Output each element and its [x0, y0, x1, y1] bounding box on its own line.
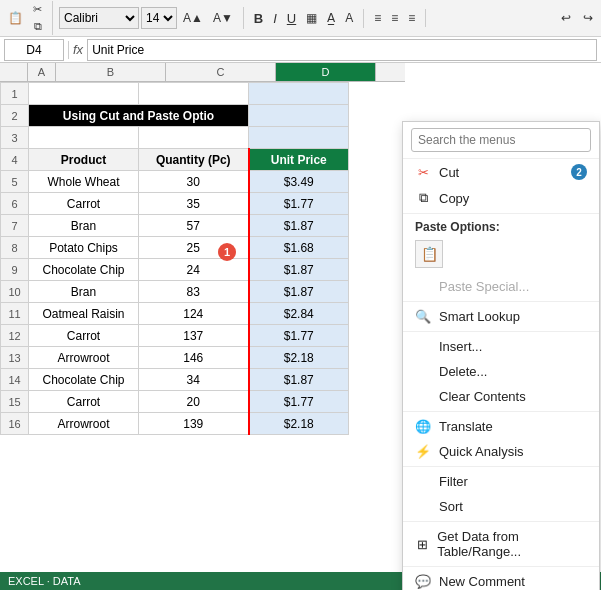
col-header-b[interactable]: B: [56, 63, 166, 81]
table-row: 10 Bran 83 $1.87: [1, 281, 349, 303]
cut-button[interactable]: ✂: [29, 1, 46, 18]
context-divider-6: [403, 521, 599, 522]
context-cut-label: Cut: [439, 165, 459, 180]
context-divider-7: [403, 566, 599, 567]
increase-font-button[interactable]: A▲: [179, 9, 207, 27]
corner-header: [0, 63, 28, 81]
col-c-header[interactable]: Quantity (Pc): [139, 149, 249, 171]
paste-icon-box[interactable]: 📋: [415, 240, 443, 268]
paste-button[interactable]: 📋: [4, 9, 27, 27]
font-color-button[interactable]: A: [341, 9, 357, 27]
toolbar: 📋 ✂ ⧉ Calibri 14 A▲ A▼ B I U ▦ A̲ A ≡: [0, 0, 601, 37]
context-clear-label: Clear Contents: [439, 389, 526, 404]
table-row: 2 Using Cut and Paste Optio: [1, 105, 349, 127]
col-header-d[interactable]: D: [276, 63, 376, 81]
redo-button[interactable]: ↪: [579, 9, 597, 27]
cell-d2[interactable]: [249, 105, 349, 127]
column-headers: A B C D: [0, 63, 405, 82]
formula-input[interactable]: [87, 39, 597, 61]
style-section: B I U ▦ A̲ A: [250, 9, 364, 28]
context-get-data-label: Get Data from Table/Range...: [437, 529, 587, 559]
context-item-cut[interactable]: ✂ Cut 2: [403, 159, 599, 185]
row-num-1: 1: [1, 83, 29, 105]
border-button[interactable]: ▦: [302, 9, 321, 27]
row-num-3: 3: [1, 127, 29, 149]
col-d-header[interactable]: Unit Price: [249, 149, 349, 171]
font-name-select[interactable]: Calibri: [59, 7, 139, 29]
table-row: 9 Chocolate Chip 24 $1.87: [1, 259, 349, 281]
italic-button[interactable]: I: [269, 9, 281, 28]
context-sort-label: Sort: [439, 499, 463, 514]
context-item-sort[interactable]: Sort: [403, 494, 599, 519]
align-center-button[interactable]: ≡: [387, 9, 402, 27]
cell-a1[interactable]: [29, 83, 139, 105]
table-row: 8 Potato Chips 25 $1.68: [1, 237, 349, 259]
align-section: ≡ ≡ ≡: [370, 9, 426, 27]
context-divider-1: [403, 213, 599, 214]
sheet-body: 1 2 Using Cut and Paste Optio 3: [0, 82, 405, 435]
context-item-copy[interactable]: ⧉ Copy: [403, 185, 599, 211]
col-header-c[interactable]: C: [166, 63, 276, 81]
paste-icon-area: 📋: [403, 238, 599, 274]
col-header-a[interactable]: A: [28, 63, 56, 81]
badge-1: 1: [218, 243, 236, 261]
context-divider-5: [403, 466, 599, 467]
align-right-button[interactable]: ≡: [404, 9, 419, 27]
context-item-insert[interactable]: Insert...: [403, 334, 599, 359]
align-left-button[interactable]: ≡: [370, 9, 385, 27]
cell-c3[interactable]: [139, 127, 249, 149]
font-section: Calibri 14 A▲ A▼: [59, 7, 244, 29]
bold-button[interactable]: B: [250, 9, 267, 28]
context-divider-4: [403, 411, 599, 412]
table-row: 7 Bran 57 $1.87: [1, 215, 349, 237]
excel-label: EXCEL · DATA: [8, 575, 81, 587]
cut-badge: 2: [571, 164, 587, 180]
context-item-translate[interactable]: 🌐 Translate: [403, 414, 599, 439]
context-item-filter[interactable]: Filter: [403, 469, 599, 494]
context-item-clear[interactable]: Clear Contents: [403, 384, 599, 409]
table-row: 5 Whole Wheat 30 $3.49: [1, 171, 349, 193]
row-num-4: 4: [1, 149, 29, 171]
clipboard-section: 📋 ✂ ⧉: [4, 1, 53, 35]
cell-c1[interactable]: [249, 83, 349, 105]
copy-button[interactable]: ⧉: [29, 18, 46, 35]
decrease-font-button[interactable]: A▼: [209, 9, 237, 27]
spreadsheet-container: A B C D 1 2 Using Cut and Paste Optio: [0, 63, 405, 435]
table-row: 4 Product Quantity (Pc) Unit Price: [1, 149, 349, 171]
col-b-header[interactable]: Product: [29, 149, 139, 171]
context-item-get-data[interactable]: ⊞ Get Data from Table/Range...: [403, 524, 599, 564]
quick-analysis-icon: ⚡: [415, 444, 431, 459]
underline-button[interactable]: U: [283, 9, 300, 28]
table-row: 14 Chocolate Chip 34 $1.87: [1, 369, 349, 391]
cell-b3[interactable]: [29, 127, 139, 149]
font-size-select[interactable]: 14: [141, 7, 177, 29]
context-item-smart-lookup[interactable]: 🔍 Smart Lookup: [403, 304, 599, 329]
context-copy-label: Copy: [439, 191, 469, 206]
context-search-input[interactable]: [411, 128, 591, 152]
cut-icon: ✂: [415, 165, 431, 180]
cell-reference-input[interactable]: [4, 39, 64, 61]
context-paste-special-label: Paste Special...: [439, 279, 529, 294]
context-insert-label: Insert...: [439, 339, 482, 354]
table-row: 12 Carrot 137 $1.77: [1, 325, 349, 347]
formula-divider: [68, 41, 69, 59]
cell-d3[interactable]: [249, 127, 349, 149]
context-smart-lookup-label: Smart Lookup: [439, 309, 520, 324]
undo-button[interactable]: ↩: [557, 9, 575, 27]
context-quick-analysis-label: Quick Analysis: [439, 444, 524, 459]
context-item-delete[interactable]: Delete...: [403, 359, 599, 384]
spreadsheet-table: 1 2 Using Cut and Paste Optio 3: [0, 82, 349, 435]
paste-options-label: Paste Options:: [403, 216, 599, 238]
context-filter-label: Filter: [439, 474, 468, 489]
context-divider-2: [403, 301, 599, 302]
context-item-paste-special: Paste Special...: [403, 274, 599, 299]
highlight-button[interactable]: A̲: [323, 9, 339, 27]
title-cell[interactable]: Using Cut and Paste Optio: [29, 105, 249, 127]
table-row: 15 Carrot 20 $1.77: [1, 391, 349, 413]
cell-b1[interactable]: [139, 83, 249, 105]
table-row: 1: [1, 83, 349, 105]
get-data-icon: ⊞: [415, 537, 429, 552]
context-item-new-comment[interactable]: 💬 New Comment: [403, 569, 599, 590]
smart-lookup-icon: 🔍: [415, 309, 431, 324]
context-item-quick-analysis[interactable]: ⚡ Quick Analysis: [403, 439, 599, 464]
